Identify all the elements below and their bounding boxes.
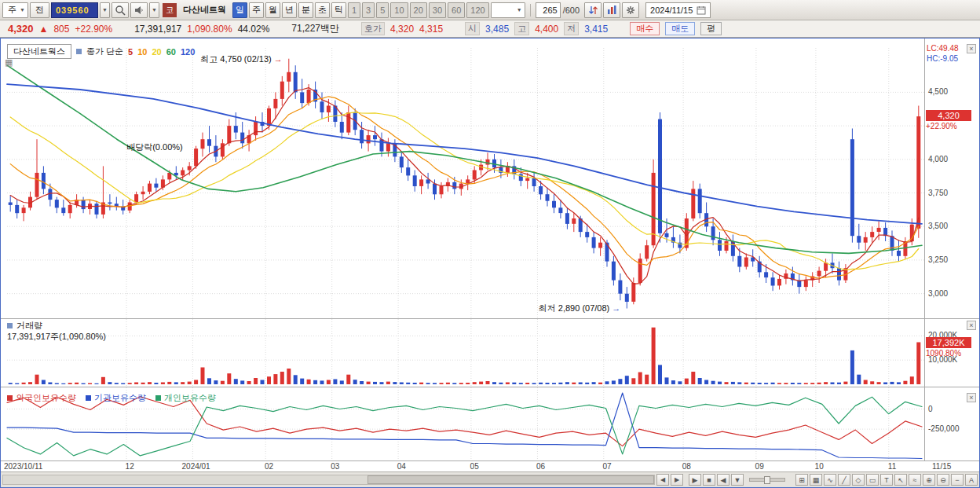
speaker-icon [133,5,144,16]
close-volume-pane-icon[interactable]: × [967,321,976,330]
zoom-slider[interactable] [749,478,785,482]
current-price-box: 4,320 [926,110,971,121]
tab-second[interactable]: 초 [315,2,330,18]
volume-ratio: 1,090.80% [187,24,232,35]
tab-monthly[interactable]: 월 [265,2,280,18]
zoom-slider-thumb[interactable] [764,476,770,484]
x-axis-label: 02 [265,462,274,471]
close-holdings-pane-icon[interactable]: × [967,393,976,402]
close-price-pane-icon[interactable]: × [967,44,976,53]
buy-button[interactable]: 매수 [630,22,660,35]
trendline-icon[interactable]: ╱ [838,474,850,486]
date-picker[interactable]: 2024/11/15 [645,2,711,18]
interval-20[interactable]: 20 [410,2,427,18]
scrollbar-thumb[interactable] [368,475,654,484]
rect-tool-icon[interactable]: ▭ [866,474,879,486]
font-icon[interactable]: A [965,474,978,486]
x-axis-label: 2023/10/11 [4,462,43,471]
indicator-icon[interactable]: ∿ [824,474,836,486]
text-tool-icon[interactable]: T [880,474,893,486]
ma10-line [10,97,919,278]
price-change: 805 [53,24,69,35]
volume-legend-label: 거래량 [16,320,42,331]
interval-3[interactable]: 3 [362,2,375,18]
turnover-pct: 44.02% [238,24,270,35]
settings-button[interactable] [622,2,639,18]
scroll-left-icon[interactable]: ◀ [656,474,669,486]
date-value: 2024/11/15 [650,6,693,15]
annotation-low: 최저 2,890 (07/08) → [539,303,621,314]
interval-10[interactable]: 10 [390,2,408,18]
code-badge: 코 [163,3,177,17]
price-change-pct: +22.90% [75,24,112,35]
expand-icon[interactable]: ▼ [731,474,744,486]
pointer-icon[interactable]: ↖ [894,474,907,486]
x-axis-label: 03 [331,462,340,471]
chart-grid-icon[interactable]: ▦ [5,57,13,68]
wave-icon[interactable]: ≈ [909,474,921,486]
chart-title-tab[interactable]: 다산네트웍스 [7,44,71,59]
interval-120[interactable]: 120 [466,2,488,18]
prev-button[interactable]: 전 [30,2,49,18]
region-zoom-icon[interactable]: ⊞ [795,474,808,486]
volume-legend-sub: 17,391,917주(1,090.80%) [7,331,106,342]
avg-button[interactable]: 평 [700,22,722,35]
hoga-label: 호가 [361,22,385,35]
chart-scrollbar[interactable] [2,475,655,485]
sound-dropdown-button[interactable]: ▼ [149,2,159,18]
code-dropdown-button[interactable]: ▼ [100,2,110,18]
tab-minute[interactable]: 분 [298,2,313,18]
chart-style-button[interactable] [603,2,620,18]
individual-holdings-line [7,397,922,456]
scroll-right-icon[interactable]: ▶ [671,474,683,486]
tab-tick[interactable]: 틱 [331,2,346,18]
bar-count-input[interactable]: 265 [536,2,561,18]
lc-hc-readout: LC:49.48 HC:-9.05 [927,43,959,64]
tab-weekly[interactable]: 주 [249,2,264,18]
zoom-in-icon[interactable]: ⊕ [923,474,935,486]
price-axis-label: 3,750 [928,189,948,197]
grid-icon[interactable]: ▦ [810,474,822,486]
chart-type-select[interactable]: 주 ▼ [2,2,28,18]
interval-5[interactable]: 5 [376,2,389,18]
stock-name: 다산네트웍 [178,4,231,16]
institution-legend-label: 기관보유수량 [94,392,146,404]
interval-60[interactable]: 60 [448,2,465,18]
swap-button[interactable] [584,2,602,18]
chart-canvas[interactable]: 4,5004,0003,7503,5003,2503,00020,000K10,… [1,39,979,471]
tab-yearly[interactable]: 년 [282,2,297,18]
bar-total: /600 [563,6,580,15]
interval-30[interactable]: 30 [429,2,446,18]
stop-icon[interactable]: ■ [703,474,715,486]
sell-button[interactable]: 매도 [665,22,695,35]
low-price: 3,415 [584,24,608,35]
holdings-axis-label: -250,000 [928,424,960,433]
hc-value: HC:-9.05 [927,53,959,64]
price-axis-label: 3,250 [928,255,948,264]
up-down-arrows-icon [588,5,598,16]
step-forward-icon[interactable]: ▶ [689,474,701,486]
x-axis-label: 05 [470,462,480,471]
volume-value: 17,391,917 [134,24,181,35]
annotation-dividend: 배당락(0.00%) [126,141,183,153]
zoom-out-icon[interactable]: ⊖ [937,474,949,486]
shape-icon[interactable]: ◇ [852,474,865,486]
search-button[interactable] [112,2,129,18]
current-volume-box: 17,392K [926,337,971,348]
bid-price: 4,315 [419,24,443,35]
x-axis-label: 06 [536,462,546,471]
foreign-legend-label: 외국인보유수량 [16,392,76,404]
sound-button[interactable] [130,2,148,18]
minus-icon[interactable]: − [951,474,964,486]
legend-ma-prefix: 종가 단순 [86,46,123,57]
x-axis-label: 2024/01 [182,462,211,471]
chart-area: 4,5004,0003,7503,5003,2503,00020,000K10,… [1,39,979,471]
interval-select[interactable]: ▼ [491,2,525,18]
top-toolbar: 주 ▼ 전 039560 ▼ ▼ 코 다산네트웍 일 주 월 년 분 초 틱 1… [0,0,980,20]
interval-1[interactable]: 1 [348,2,360,18]
tab-daily[interactable]: 일 [232,2,247,18]
stock-code-input[interactable]: 039560 [51,2,98,18]
individual-marker-icon [155,395,161,401]
ma120-label: 120 [181,47,195,57]
step-back-icon[interactable]: ◀ [717,474,730,486]
